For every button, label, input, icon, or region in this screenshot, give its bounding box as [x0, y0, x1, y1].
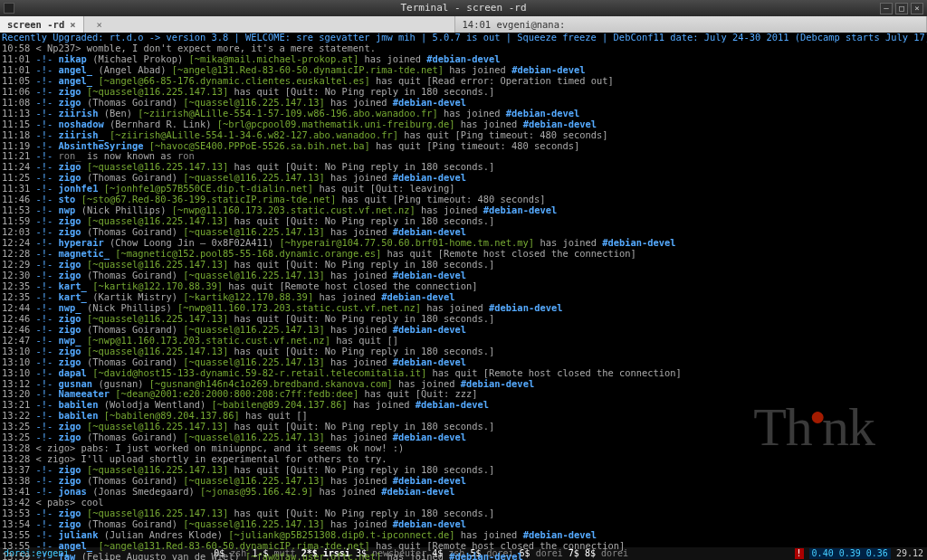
- close-icon[interactable]: ×: [97, 19, 102, 30]
- close-icon[interactable]: ×: [70, 19, 75, 30]
- tab-label: screen -rd: [7, 19, 64, 30]
- irc-line: 13:59 -!- faw (Felipe Augusto van de Wie…: [2, 552, 925, 560]
- terminal-output[interactable]: Recently Upgraded: rt.d.o -> version 3.8…: [0, 33, 927, 560]
- close-button[interactable]: ×: [911, 3, 923, 14]
- window-title: Terminal - screen -rd: [400, 3, 526, 14]
- window-title-bar: Terminal - screen -rd – □ ×: [0, 0, 927, 16]
- irc-line: 13:41 -!- jonas (Jonas Smedegaard) [~jon…: [2, 487, 925, 498]
- terminal-tabs: screen -rd × × 14:01 evgeni@nana:: [0, 16, 927, 33]
- tab-blurred[interactable]: ×: [84, 16, 455, 33]
- tab-evgeni[interactable]: 14:01 evgeni@nana:: [455, 16, 927, 33]
- window-controls: – □ ×: [880, 3, 923, 14]
- window-icon: [4, 3, 14, 14]
- minimize-button[interactable]: –: [880, 3, 893, 14]
- maximize-button[interactable]: □: [895, 3, 908, 14]
- tab-screen[interactable]: screen -rd ×: [0, 16, 84, 33]
- tab-label: 14:01 evgeni@nana:: [463, 19, 566, 30]
